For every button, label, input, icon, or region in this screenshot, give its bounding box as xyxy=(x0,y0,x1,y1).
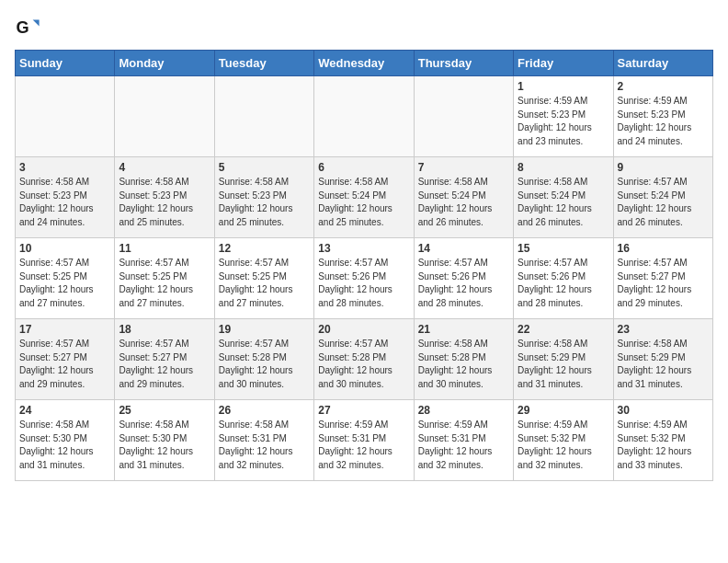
day-info: Sunrise: 4:58 AM Sunset: 5:23 PM Dayligh… xyxy=(19,176,110,229)
svg-marker-1 xyxy=(33,20,40,27)
calendar-week-5: 24Sunrise: 4:58 AM Sunset: 5:30 PM Dayli… xyxy=(16,400,713,481)
calendar-cell: 15Sunrise: 4:57 AM Sunset: 5:26 PM Dayli… xyxy=(514,238,613,319)
calendar-body: 1Sunrise: 4:59 AM Sunset: 5:23 PM Daylig… xyxy=(16,76,713,481)
calendar-week-2: 3Sunrise: 4:58 AM Sunset: 5:23 PM Daylig… xyxy=(16,157,713,238)
day-number: 29 xyxy=(518,404,609,417)
day-info: Sunrise: 4:58 AM Sunset: 5:23 PM Dayligh… xyxy=(119,176,210,229)
day-number: 11 xyxy=(119,242,210,255)
day-info: Sunrise: 4:58 AM Sunset: 5:29 PM Dayligh… xyxy=(518,338,609,391)
day-info: Sunrise: 4:58 AM Sunset: 5:28 PM Dayligh… xyxy=(418,338,509,391)
calendar-cell: 8Sunrise: 4:58 AM Sunset: 5:24 PM Daylig… xyxy=(514,157,613,238)
calendar-cell xyxy=(214,76,313,157)
svg-text:G: G xyxy=(16,18,28,37)
day-number: 17 xyxy=(19,323,110,336)
day-info: Sunrise: 4:59 AM Sunset: 5:31 PM Dayligh… xyxy=(318,419,409,472)
day-number: 14 xyxy=(418,242,509,255)
day-number: 23 xyxy=(618,323,709,336)
day-number: 22 xyxy=(518,323,609,336)
day-number: 16 xyxy=(618,242,709,255)
calendar-cell: 18Sunrise: 4:57 AM Sunset: 5:27 PM Dayli… xyxy=(115,319,214,400)
day-number: 6 xyxy=(318,161,409,174)
day-info: Sunrise: 4:57 AM Sunset: 5:25 PM Dayligh… xyxy=(19,257,110,310)
day-number: 28 xyxy=(418,404,509,417)
day-number: 3 xyxy=(19,161,110,174)
calendar-cell: 5Sunrise: 4:58 AM Sunset: 5:23 PM Daylig… xyxy=(214,157,313,238)
calendar-cell: 9Sunrise: 4:57 AM Sunset: 5:24 PM Daylig… xyxy=(613,157,712,238)
calendar-cell: 13Sunrise: 4:57 AM Sunset: 5:26 PM Dayli… xyxy=(314,238,414,319)
calendar-cell: 23Sunrise: 4:58 AM Sunset: 5:29 PM Dayli… xyxy=(613,319,712,400)
calendar-cell: 25Sunrise: 4:58 AM Sunset: 5:30 PM Dayli… xyxy=(115,400,214,481)
header-wednesday: Wednesday xyxy=(314,51,414,76)
day-number: 13 xyxy=(318,242,409,255)
calendar-cell: 24Sunrise: 4:58 AM Sunset: 5:30 PM Dayli… xyxy=(16,400,115,481)
calendar-cell: 7Sunrise: 4:58 AM Sunset: 5:24 PM Daylig… xyxy=(414,157,513,238)
calendar-table: SundayMondayTuesdayWednesdayThursdayFrid… xyxy=(15,50,713,481)
calendar-cell: 21Sunrise: 4:58 AM Sunset: 5:28 PM Dayli… xyxy=(414,319,513,400)
day-number: 12 xyxy=(219,242,310,255)
calendar-week-4: 17Sunrise: 4:57 AM Sunset: 5:27 PM Dayli… xyxy=(16,319,713,400)
day-number: 2 xyxy=(618,80,709,93)
day-number: 19 xyxy=(219,323,310,336)
day-info: Sunrise: 4:57 AM Sunset: 5:24 PM Dayligh… xyxy=(618,176,709,229)
calendar-cell: 6Sunrise: 4:58 AM Sunset: 5:24 PM Daylig… xyxy=(314,157,414,238)
calendar-cell: 29Sunrise: 4:59 AM Sunset: 5:32 PM Dayli… xyxy=(514,400,613,481)
calendar-cell: 27Sunrise: 4:59 AM Sunset: 5:31 PM Dayli… xyxy=(314,400,414,481)
header-friday: Friday xyxy=(514,51,613,76)
calendar-cell: 12Sunrise: 4:57 AM Sunset: 5:25 PM Dayli… xyxy=(214,238,313,319)
day-number: 4 xyxy=(119,161,210,174)
day-info: Sunrise: 4:58 AM Sunset: 5:24 PM Dayligh… xyxy=(518,176,609,229)
day-info: Sunrise: 4:58 AM Sunset: 5:30 PM Dayligh… xyxy=(119,419,210,472)
day-number: 20 xyxy=(318,323,409,336)
day-info: Sunrise: 4:57 AM Sunset: 5:27 PM Dayligh… xyxy=(119,338,210,391)
day-number: 25 xyxy=(119,404,210,417)
day-info: Sunrise: 4:57 AM Sunset: 5:25 PM Dayligh… xyxy=(219,257,310,310)
calendar-cell: 28Sunrise: 4:59 AM Sunset: 5:31 PM Dayli… xyxy=(414,400,513,481)
day-number: 7 xyxy=(418,161,509,174)
calendar-cell: 3Sunrise: 4:58 AM Sunset: 5:23 PM Daylig… xyxy=(16,157,115,238)
calendar-header-row: SundayMondayTuesdayWednesdayThursdayFrid… xyxy=(16,51,713,76)
day-info: Sunrise: 4:59 AM Sunset: 5:31 PM Dayligh… xyxy=(418,419,509,472)
day-number: 10 xyxy=(19,242,110,255)
calendar-cell: 30Sunrise: 4:59 AM Sunset: 5:32 PM Dayli… xyxy=(613,400,712,481)
page-header: G xyxy=(15,15,713,40)
day-info: Sunrise: 4:58 AM Sunset: 5:30 PM Dayligh… xyxy=(19,419,110,472)
day-info: Sunrise: 4:58 AM Sunset: 5:29 PM Dayligh… xyxy=(618,338,709,391)
logo-icon: G xyxy=(15,15,40,40)
calendar-cell: 11Sunrise: 4:57 AM Sunset: 5:25 PM Dayli… xyxy=(115,238,214,319)
day-number: 15 xyxy=(518,242,609,255)
calendar-cell: 1Sunrise: 4:59 AM Sunset: 5:23 PM Daylig… xyxy=(514,76,613,157)
day-number: 18 xyxy=(119,323,210,336)
day-info: Sunrise: 4:58 AM Sunset: 5:23 PM Dayligh… xyxy=(219,176,310,229)
day-info: Sunrise: 4:57 AM Sunset: 5:28 PM Dayligh… xyxy=(219,338,310,391)
calendar-cell: 2Sunrise: 4:59 AM Sunset: 5:23 PM Daylig… xyxy=(613,76,712,157)
day-number: 5 xyxy=(219,161,310,174)
calendar-cell: 20Sunrise: 4:57 AM Sunset: 5:28 PM Dayli… xyxy=(314,319,414,400)
day-info: Sunrise: 4:58 AM Sunset: 5:31 PM Dayligh… xyxy=(219,419,310,472)
calendar-cell: 14Sunrise: 4:57 AM Sunset: 5:26 PM Dayli… xyxy=(414,238,513,319)
day-info: Sunrise: 4:57 AM Sunset: 5:26 PM Dayligh… xyxy=(418,257,509,310)
calendar-week-1: 1Sunrise: 4:59 AM Sunset: 5:23 PM Daylig… xyxy=(16,76,713,157)
header-monday: Monday xyxy=(115,51,214,76)
day-info: Sunrise: 4:59 AM Sunset: 5:32 PM Dayligh… xyxy=(518,419,609,472)
calendar-cell: 4Sunrise: 4:58 AM Sunset: 5:23 PM Daylig… xyxy=(115,157,214,238)
calendar-cell xyxy=(16,76,115,157)
calendar-cell xyxy=(414,76,513,157)
header-thursday: Thursday xyxy=(414,51,513,76)
day-number: 8 xyxy=(518,161,609,174)
day-number: 30 xyxy=(618,404,709,417)
calendar-cell: 16Sunrise: 4:57 AM Sunset: 5:27 PM Dayli… xyxy=(613,238,712,319)
day-info: Sunrise: 4:59 AM Sunset: 5:23 PM Dayligh… xyxy=(618,95,709,148)
calendar-week-3: 10Sunrise: 4:57 AM Sunset: 5:25 PM Dayli… xyxy=(16,238,713,319)
day-info: Sunrise: 4:59 AM Sunset: 5:23 PM Dayligh… xyxy=(518,95,609,148)
day-info: Sunrise: 4:57 AM Sunset: 5:27 PM Dayligh… xyxy=(618,257,709,310)
day-info: Sunrise: 4:58 AM Sunset: 5:24 PM Dayligh… xyxy=(418,176,509,229)
day-number: 9 xyxy=(618,161,709,174)
day-info: Sunrise: 4:57 AM Sunset: 5:26 PM Dayligh… xyxy=(318,257,409,310)
day-number: 26 xyxy=(219,404,310,417)
day-number: 24 xyxy=(19,404,110,417)
day-info: Sunrise: 4:59 AM Sunset: 5:32 PM Dayligh… xyxy=(618,419,709,472)
calendar-cell xyxy=(314,76,414,157)
day-number: 21 xyxy=(418,323,509,336)
header-tuesday: Tuesday xyxy=(214,51,313,76)
day-info: Sunrise: 4:57 AM Sunset: 5:28 PM Dayligh… xyxy=(318,338,409,391)
